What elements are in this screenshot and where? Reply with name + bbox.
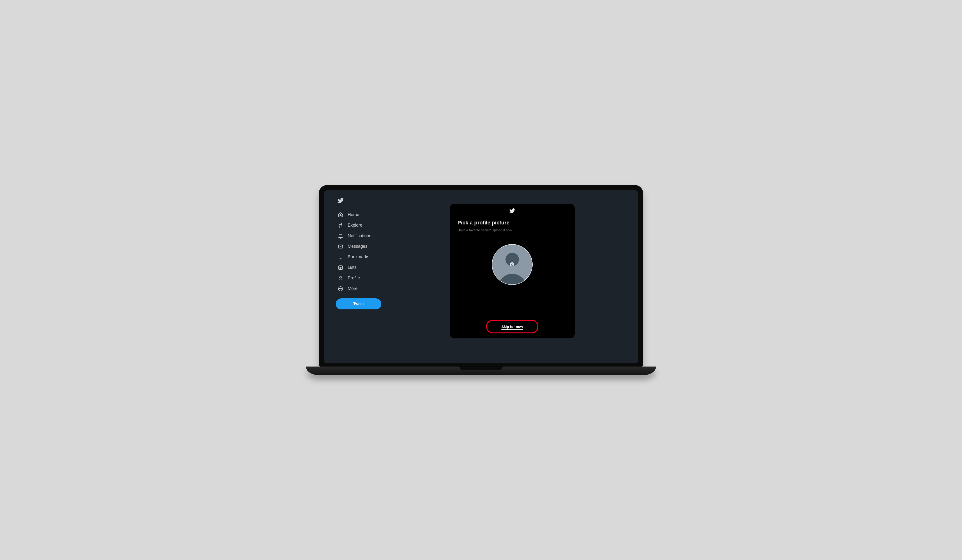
sidebar-item-label: More [348,286,358,291]
sidebar-item-explore[interactable]: Explore [336,220,384,231]
svg-point-5 [339,288,340,289]
sidebar-item-label: Lists [348,265,357,270]
laptop-mockup: Home Explore Notifications Messages [319,185,643,375]
sidebar-item-label: Home [348,212,359,217]
sidebar-item-bookmarks[interactable]: Bookmarks [336,252,384,262]
mail-icon [337,244,344,249]
sidebar-item-label: Explore [348,223,362,228]
laptop-bezel: Home Explore Notifications Messages [319,185,643,367]
modal-title: Pick a profile picture [457,220,567,226]
sidebar-item-home[interactable]: Home [336,209,384,220]
modal-subtitle: Have a favorite selfie? Upload it now. [457,228,567,232]
hash-icon [337,222,344,228]
sidebar-item-more[interactable]: More [336,283,384,294]
sidebar-item-label: Profile [348,275,360,281]
sidebar: Home Explore Notifications Messages [324,190,387,363]
sidebar-item-messages[interactable]: Messages [336,241,384,252]
list-icon [337,265,344,270]
camera-icon [508,261,516,268]
sidebar-item-label: Messages [348,244,367,249]
svg-point-3 [339,276,342,278]
svg-point-7 [341,288,342,289]
twitter-logo-icon [337,197,344,204]
twitter-logo-icon [509,208,515,214]
screen: Home Explore Notifications Messages [324,190,638,363]
svg-point-6 [340,288,341,289]
skip-for-now-button[interactable]: Skip for now [492,322,533,331]
sidebar-item-label: Bookmarks [348,254,369,259]
modal-footer: Skip for now [457,322,567,331]
more-icon [337,286,344,292]
profile-picture-modal: Pick a profile picture Have a favorite s… [450,204,575,338]
bell-icon [337,233,344,239]
sidebar-item-label: Notifications [348,233,371,238]
sidebar-item-notifications[interactable]: Notifications [336,231,384,241]
main-area: Pick a profile picture Have a favorite s… [387,190,638,363]
sidebar-item-profile[interactable]: Profile [336,273,384,283]
laptop-notch [459,367,503,370]
profile-icon [337,275,344,281]
bookmark-icon [337,254,344,260]
avatar-upload-area [457,239,567,322]
app-root: Home Explore Notifications Messages [324,190,638,363]
sidebar-item-lists[interactable]: Lists [336,262,384,273]
laptop-base [306,367,656,375]
home-icon [337,212,344,218]
avatar-placeholder[interactable] [492,244,533,285]
skip-for-now-label: Skip for now [501,325,523,330]
tweet-button[interactable]: Tweet [336,298,381,309]
modal-header [457,208,567,214]
svg-point-0 [340,214,341,215]
